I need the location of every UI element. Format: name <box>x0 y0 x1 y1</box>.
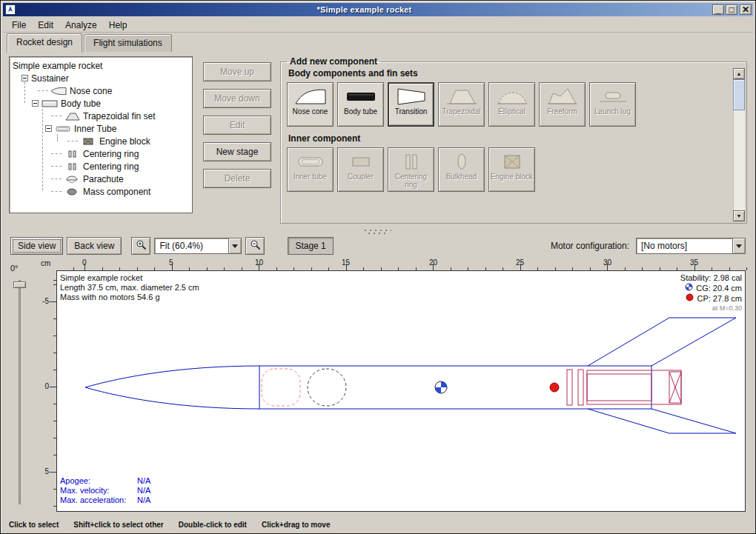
tree-item-centering-ring-1[interactable]: Centering ring <box>51 147 192 160</box>
trapezoidal-fin-button[interactable]: Trapezoidal <box>438 82 485 127</box>
ruler-label: 30 <box>603 258 611 267</box>
motor-configuration-select[interactable]: [No motors] <box>636 238 746 254</box>
edit-button[interactable]: Edit <box>203 116 271 135</box>
centering-ring-icon <box>395 151 428 172</box>
menu-help[interactable]: Help <box>103 19 133 32</box>
cp-marker <box>550 383 559 392</box>
tree-item-body-tube[interactable]: Body tube <box>32 97 192 110</box>
rocket-view[interactable]: Simple example rocket Length 37.5 cm, ma… <box>56 270 746 512</box>
tree-item-engine-block[interactable]: Engine block <box>67 135 192 147</box>
splitter[interactable] <box>3 228 753 235</box>
tree-item-inner-tube[interactable]: Inner Tube <box>45 122 192 135</box>
inner-tube-button[interactable]: Inner tube <box>287 147 334 192</box>
titlebar[interactable]: *Simple example rocket _ □ ✕ <box>3 3 753 16</box>
body-tube-icon <box>345 86 377 107</box>
rotation-slider[interactable] <box>19 280 21 504</box>
nose-cone-button[interactable]: Nose cone <box>287 82 334 127</box>
view-toolbar: Side view Back view Fit (60.4%) Stage 1 … <box>3 235 753 257</box>
scroll-down-button[interactable]: ▼ <box>733 210 745 221</box>
motor-dropdown-button[interactable] <box>732 238 745 253</box>
tree-item-fin-set[interactable]: Trapezoidal fin set <box>51 110 192 122</box>
zoom-out-button[interactable] <box>245 237 265 255</box>
trapezoidal-fin-icon <box>445 86 478 107</box>
collapse-icon[interactable] <box>32 100 39 107</box>
tree-item-centering-ring-2[interactable]: Centering ring <box>51 160 192 173</box>
rotation-slider-handle[interactable] <box>13 281 26 288</box>
tree-branch <box>51 191 62 192</box>
app-window: *Simple example rocket _ □ ✕ File Edit A… <box>0 0 756 534</box>
add-component-panel: Add new component Body components and fi… <box>280 56 747 224</box>
close-button[interactable]: ✕ <box>740 4 752 15</box>
zoom-select[interactable]: Fit (60.4%) <box>154 238 242 254</box>
elliptical-fin-button[interactable]: Elliptical <box>488 82 535 127</box>
scroll-up-button[interactable]: ▲ <box>733 68 745 79</box>
move-up-button[interactable]: Move up <box>203 62 271 81</box>
freeform-fin-icon <box>546 86 579 107</box>
zoom-out-icon <box>250 239 261 253</box>
tree-item-nose-cone[interactable]: Nose cone <box>38 84 192 97</box>
bulkhead-button[interactable]: Bulkhead <box>438 147 485 192</box>
ruler-label: 15 <box>342 258 350 267</box>
tree-item-mass-component[interactable]: Mass component <box>51 185 192 198</box>
apogee-value: N/A <box>137 476 150 486</box>
nose-cone-icon <box>50 87 67 96</box>
cp-value: CP: 27.8 cm <box>697 294 742 304</box>
ruler-label: 5 <box>44 467 49 475</box>
launch-lug-button[interactable]: Launch lug <box>589 82 636 127</box>
rocket-dimensions: Length 37.5 cm, max. diameter 2.5 cm <box>60 283 199 293</box>
tree-item-sustainer[interactable]: Sustainer <box>21 72 192 84</box>
scrollbar-thumb[interactable] <box>733 79 745 110</box>
tree-actions: Move up Move down Edit New stage Delete <box>203 62 271 228</box>
zoom-dropdown-button[interactable] <box>228 238 241 253</box>
tree-branch <box>51 166 62 167</box>
minimize-button[interactable]: _ <box>712 4 724 15</box>
stage-1-toggle[interactable]: Stage 1 <box>288 237 333 255</box>
tree-branch <box>51 116 62 116</box>
trapezoidal-fin-icon <box>64 112 80 121</box>
rocket-mass: Mass with no motors 54.6 g <box>60 293 199 302</box>
maximize-button[interactable]: □ <box>726 4 737 15</box>
tab-rocket-design[interactable]: Rocket design <box>7 33 82 53</box>
tree-branch <box>51 178 62 179</box>
zoom-in-button[interactable] <box>131 237 150 255</box>
tree-item-parachute[interactable]: Parachute <box>51 173 192 185</box>
hint-click-select: Click to select <box>9 521 59 529</box>
flight-data: Apogee:N/A Max. velocity:N/A Max. accele… <box>60 476 150 505</box>
body-tube-button[interactable]: Body tube <box>337 82 384 127</box>
collapse-icon[interactable] <box>21 75 28 81</box>
status-bar: Click to select Shift+click to select ot… <box>3 518 753 531</box>
back-view-button[interactable]: Back view <box>67 237 122 255</box>
tree-item-label: Mass component <box>83 187 150 197</box>
coupler-button[interactable]: Coupler <box>337 147 384 192</box>
tree-item-label: Sustainer <box>31 73 69 84</box>
new-stage-button[interactable]: New stage <box>203 142 271 161</box>
move-down-button[interactable]: Move down <box>203 89 271 108</box>
side-view-button[interactable]: Side view <box>10 237 63 255</box>
menu-edit[interactable]: Edit <box>32 19 59 32</box>
rotation-value: 0° <box>10 264 19 273</box>
inner-tube-icon <box>294 151 327 172</box>
component-tree[interactable]: Simple example rocket Sustainer Nose con… <box>9 56 193 213</box>
ruler-label: 35 <box>690 258 698 267</box>
rocket-drawing <box>57 271 745 511</box>
motor-configuration-value: [No motors] <box>637 241 732 251</box>
freeform-fin-button[interactable]: Freeform <box>539 82 586 127</box>
max-velocity-label: Max. velocity: <box>60 486 137 495</box>
collapse-icon[interactable] <box>45 125 52 132</box>
ruler-label: 25 <box>516 258 524 267</box>
elliptical-fin-icon <box>496 86 528 107</box>
centering-ring-button[interactable]: Centering ring <box>388 147 434 192</box>
menu-file[interactable]: File <box>6 19 32 32</box>
engine-block-button[interactable]: Engine block <box>488 147 535 192</box>
rotation-control: 0° <box>4 259 36 516</box>
menu-analyze[interactable]: Analyze <box>59 19 103 32</box>
cg-marker <box>435 381 447 393</box>
tab-flight-simulations[interactable]: Flight simulations <box>84 34 172 52</box>
engine-block-icon <box>80 137 96 146</box>
add-component-scrollbar[interactable]: ▲ ▼ <box>733 68 745 221</box>
splitter-handle[interactable] <box>365 230 391 231</box>
delete-button[interactable]: Delete <box>203 169 271 188</box>
tree-item-rocket[interactable]: Simple example rocket <box>13 59 192 72</box>
transition-button[interactable]: Transition <box>388 82 434 127</box>
splitter-handle[interactable] <box>368 233 388 234</box>
